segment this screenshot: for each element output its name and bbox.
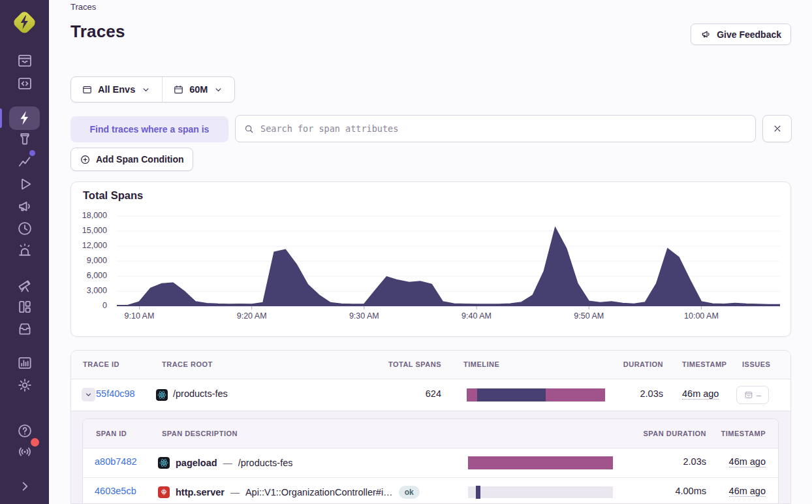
sidebar-item-traces[interactable] bbox=[9, 106, 40, 130]
calendar-icon bbox=[173, 84, 184, 95]
sidebar-item-explore[interactable] bbox=[9, 72, 40, 95]
plus-circle-icon bbox=[80, 154, 91, 165]
window-icon bbox=[82, 84, 93, 95]
span-description-text: /products-fes bbox=[238, 458, 293, 468]
page-title: Traces bbox=[70, 22, 125, 42]
add-span-condition-button[interactable]: Add Span Condition bbox=[70, 148, 193, 171]
trace-issues-cell[interactable]: – bbox=[736, 386, 769, 404]
add-span-condition-label: Add Span Condition bbox=[96, 154, 184, 165]
sidebar-item-insights[interactable] bbox=[9, 150, 40, 173]
sidebar-item-alerts[interactable] bbox=[9, 239, 40, 262]
traces-table-header: TRACE ID TRACE ROOT TOTAL SPANS TIMELINE… bbox=[71, 351, 790, 379]
total-spans-chart-panel: Total Spans 03,0006,0009,00012,00015,000… bbox=[70, 181, 791, 337]
sidebar-item-releases[interactable] bbox=[9, 317, 40, 341]
sidebar-item-history[interactable] bbox=[9, 217, 40, 240]
sidebar-item-whats-new[interactable] bbox=[9, 440, 40, 464]
search-input[interactable] bbox=[260, 123, 747, 134]
sidebar-item-dashboards[interactable] bbox=[9, 295, 40, 319]
y-axis-tick-label: 0 bbox=[71, 301, 107, 310]
main-content: Traces Traces Give Feedback All Envs 60M… bbox=[49, 0, 812, 504]
search-icon bbox=[243, 123, 255, 134]
x-axis-tick-label: 9:40 AM bbox=[461, 311, 492, 321]
time-range-label: 60M bbox=[189, 84, 208, 95]
sidebar-item-replays[interactable] bbox=[9, 172, 40, 196]
y-axis-tick-label: 9,000 bbox=[71, 256, 107, 265]
x-axis-tick-label: 9:10 AM bbox=[125, 311, 155, 321]
span-operation: pageload bbox=[176, 458, 217, 468]
sidebar-item-discover[interactable] bbox=[9, 273, 40, 296]
sidebar-item-stats[interactable] bbox=[9, 351, 40, 375]
chevron-right-icon bbox=[16, 478, 33, 495]
trace-root-name: /products-fes bbox=[173, 388, 228, 399]
y-axis-tick-label: 18,000 bbox=[71, 211, 107, 220]
span-timeline-bar[interactable] bbox=[468, 457, 613, 469]
app-logo[interactable] bbox=[10, 7, 39, 37]
span-timeline-bar[interactable] bbox=[468, 486, 613, 498]
span-id-link[interactable]: a80b7482 bbox=[95, 456, 137, 467]
column-trace-root: TRACE ROOT bbox=[162, 360, 213, 368]
flashlight-icon bbox=[16, 131, 33, 148]
x-axis-tick-label: 10:00 AM bbox=[684, 311, 719, 321]
total-spans-value: 624 bbox=[426, 388, 441, 399]
time-range-dropdown[interactable]: 60M bbox=[162, 77, 234, 102]
sidebar-collapse-button[interactable] bbox=[9, 475, 40, 498]
explore-icon bbox=[16, 75, 33, 92]
close-icon bbox=[772, 123, 783, 134]
environment-filter-label: All Envs bbox=[98, 84, 135, 95]
telescope-icon bbox=[16, 276, 33, 293]
y-axis-tick-label: 15,000 bbox=[71, 226, 107, 235]
active-nav-indicator bbox=[0, 108, 2, 128]
span-description: http.server — Api::V1::OrganizationContr… bbox=[158, 478, 420, 504]
span-attribute-search[interactable] bbox=[235, 115, 756, 142]
trace-id-link[interactable]: 55f40c98 bbox=[96, 388, 135, 399]
column-trace-id: TRACE ID bbox=[83, 360, 119, 368]
react-icon bbox=[156, 389, 168, 401]
give-feedback-button[interactable]: Give Feedback bbox=[691, 24, 791, 45]
sidebar-item-profiling[interactable] bbox=[9, 127, 40, 151]
bar-chart-icon bbox=[16, 354, 33, 371]
column-duration: DURATION bbox=[623, 360, 663, 368]
archive-icon bbox=[16, 321, 33, 338]
lightning-icon bbox=[16, 110, 33, 127]
column-span-id: SPAN ID bbox=[96, 430, 127, 437]
column-span-description: SPAN DESCRIPTION bbox=[162, 430, 238, 437]
separator: — bbox=[223, 458, 232, 468]
total-spans-area-chart[interactable] bbox=[71, 182, 790, 336]
x-axis-tick-label: 9:20 AM bbox=[237, 311, 267, 321]
collapse-trace-button[interactable] bbox=[82, 388, 95, 402]
chevron-down-icon bbox=[140, 84, 151, 95]
whats-new-notification-dot bbox=[31, 438, 39, 447]
question-icon bbox=[16, 422, 33, 439]
sidebar-item-user-feedback[interactable] bbox=[9, 195, 40, 218]
span-timestamp[interactable]: 46m ago bbox=[729, 456, 766, 467]
megaphone-icon bbox=[16, 198, 33, 215]
react-icon bbox=[158, 457, 170, 469]
siren-icon bbox=[16, 242, 33, 259]
column-span-timestamp: TIMESTAMP bbox=[721, 430, 766, 437]
ruby-icon bbox=[158, 486, 170, 498]
filter-bar: All Envs 60M bbox=[70, 76, 235, 102]
megaphone-icon bbox=[700, 29, 711, 40]
chevron-down-icon bbox=[213, 84, 224, 95]
expanded-trace-section: SPAN ID SPAN DESCRIPTION SPAN DURATION T… bbox=[71, 411, 790, 504]
broadcast-icon bbox=[16, 443, 33, 460]
span-duration: 2.03s bbox=[683, 456, 706, 467]
trace-timestamp[interactable]: 46m ago bbox=[682, 388, 719, 400]
span-timestamp[interactable]: 46m ago bbox=[729, 486, 766, 497]
clear-search-button[interactable] bbox=[762, 115, 792, 142]
environment-filter-dropdown[interactable]: All Envs bbox=[71, 77, 162, 102]
y-axis-tick-label: 12,000 bbox=[71, 241, 107, 250]
span-id-link[interactable]: 4603e5cb bbox=[95, 486, 136, 496]
sidebar-item-issues[interactable] bbox=[9, 49, 40, 72]
sidebar-item-settings[interactable] bbox=[9, 373, 40, 397]
trace-timeline-bar[interactable] bbox=[467, 388, 605, 402]
dashboard-icon bbox=[16, 298, 33, 315]
column-total-spans: TOTAL SPANS bbox=[388, 360, 441, 368]
span-table: SPAN ID SPAN DESCRIPTION SPAN DURATION T… bbox=[82, 418, 779, 504]
breadcrumb[interactable]: Traces bbox=[70, 2, 96, 12]
y-axis-tick-label: 3,000 bbox=[71, 286, 107, 295]
issues-icon bbox=[744, 390, 753, 400]
span-table-header: SPAN ID SPAN DESCRIPTION SPAN DURATION T… bbox=[83, 419, 778, 449]
column-span-duration: SPAN DURATION bbox=[643, 430, 706, 437]
play-icon bbox=[16, 176, 33, 193]
